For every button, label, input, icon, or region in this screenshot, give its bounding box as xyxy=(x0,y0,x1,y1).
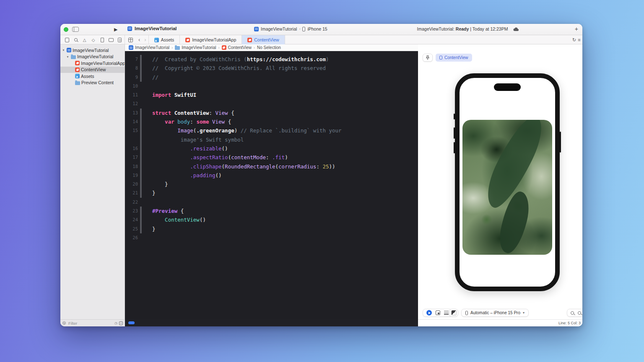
code-line[interactable]: 14 var body: some View { xyxy=(125,117,418,126)
device-selector[interactable]: Automatic – iPhone 15 Pro ▾ xyxy=(461,309,529,317)
line-number xyxy=(125,135,140,144)
code-line[interactable]: 9// xyxy=(125,73,418,82)
tab-Assets[interactable]: Assets xyxy=(149,35,180,44)
code-line[interactable]: 15 Image(.greenOrange) // Replace `.buil… xyxy=(125,126,418,135)
code-line[interactable]: 25} xyxy=(125,225,418,233)
preview-list-icon[interactable] xyxy=(444,311,449,315)
change-bar xyxy=(140,207,142,215)
debug-icon[interactable] xyxy=(108,37,114,43)
sidebar-item-ImageViewTutorialApp[interactable]: ImageViewTutorialApp xyxy=(60,60,125,67)
sidebar-item-label: ContentView xyxy=(81,67,106,72)
add-filter-icon[interactable]: + xyxy=(119,321,123,325)
toolbar: ▶ ImageViewTutorial ImageViewTutorial › … xyxy=(60,24,582,35)
change-bar-empty xyxy=(140,90,142,99)
line-number: 26 xyxy=(125,233,140,242)
back-chevron-icon[interactable]: ‹ xyxy=(136,36,142,44)
zoom-out-icon[interactable] xyxy=(571,311,574,315)
sidebar-item-Preview Content[interactable]: Preview Content xyxy=(60,80,125,86)
code-line[interactable]: 24 ContentView() xyxy=(125,215,418,224)
code-line[interactable]: 11import SwiftUI xyxy=(125,90,418,99)
code-line[interactable]: 7// Created by CodeWithChris (https://co… xyxy=(125,55,418,64)
code-line[interactable]: 19 .padding() xyxy=(125,171,418,180)
line-number: 19 xyxy=(125,171,140,180)
device-icon xyxy=(465,311,468,315)
tab-strip: AssetsImageViewTutorialAppContentView xyxy=(148,35,285,44)
code-line[interactable]: 8// Copyright © 2023 CodeWithChris. All … xyxy=(125,64,418,72)
live-preview-icon[interactable] xyxy=(426,310,432,315)
folder-icon xyxy=(175,46,180,50)
change-bar xyxy=(140,171,142,180)
sidebar-toggle-icon[interactable] xyxy=(72,27,79,32)
breadcrumb-item[interactable]: ImageViewTutorial xyxy=(129,45,169,50)
tab-ContentView[interactable]: ContentView xyxy=(242,35,285,44)
run-button[interactable]: ▶ xyxy=(114,26,117,32)
change-bar-empty xyxy=(140,99,142,108)
sidebar-item-ContentView[interactable]: ContentView xyxy=(60,67,125,73)
code-line[interactable]: 21} xyxy=(125,189,418,197)
code-line[interactable]: 16 .resizable() xyxy=(125,144,418,153)
code-line[interactable]: 17 .aspectRatio(contentMode: .fit) xyxy=(125,153,418,162)
code-line[interactable]: 10 xyxy=(125,82,418,90)
line-number: 21 xyxy=(125,189,140,197)
bookmarks-icon[interactable] xyxy=(99,37,105,43)
assets-icon xyxy=(154,38,159,42)
status-time: | Today at 12:23PM xyxy=(470,26,508,31)
breadcrumb: ImageViewTutorial›ImageViewTutorial›Cont… xyxy=(125,44,418,51)
code-line[interactable]: 13struct ContentView: View { xyxy=(125,109,418,117)
swift-file-icon xyxy=(247,38,252,42)
mute-switch xyxy=(454,114,455,119)
tests-icon[interactable]: ◇ xyxy=(91,37,96,43)
issues-icon[interactable]: △ xyxy=(82,37,87,43)
line-number: 9 xyxy=(125,73,140,82)
sidebar-item-ImageViewTutorial[interactable]: ▾ImageViewTutorial xyxy=(60,47,125,54)
code-line[interactable]: 12 xyxy=(125,99,418,108)
forward-chevron-icon[interactable]: › xyxy=(142,36,148,44)
change-bar xyxy=(140,225,142,233)
sidebar-item-ImageViewTutorial[interactable]: ▾ImageViewTutorial xyxy=(60,54,125,60)
variants-icon[interactable] xyxy=(436,310,440,315)
sidebar-item-Assets[interactable]: Assets xyxy=(60,73,125,80)
code-editor[interactable]: 7// Created by CodeWithChris (https://co… xyxy=(125,51,418,319)
project-icon xyxy=(127,26,132,31)
breadcrumb-item[interactable]: No Selection xyxy=(257,45,281,50)
line-number: 13 xyxy=(125,109,140,117)
recents-icon[interactable]: ◷ xyxy=(114,321,117,325)
tab-bar-row: △ ◇ ‹ › AssetsImageViewTutorialAppConten… xyxy=(60,35,582,44)
filter-input[interactable] xyxy=(68,321,113,326)
editor-menu-icon[interactable]: ≡ xyxy=(578,37,580,42)
breadcrumb-item[interactable]: ImageViewTutorial xyxy=(175,45,216,50)
breadcrumb-item[interactable]: ContentView xyxy=(222,45,252,50)
volume-up-button xyxy=(454,127,455,139)
color-scheme-button[interactable] xyxy=(449,309,458,317)
line-number: 14 xyxy=(125,117,140,126)
find-icon[interactable] xyxy=(73,37,78,43)
bottom-bar-indicator xyxy=(128,321,135,324)
code-line[interactable]: 18 .clipShape(RoundedRectangle(cornerRad… xyxy=(125,162,418,171)
zoom-in-icon[interactable] xyxy=(578,311,581,315)
change-bar xyxy=(140,215,142,224)
change-bar xyxy=(140,135,142,144)
related-items-icon[interactable] xyxy=(128,38,133,42)
pin-preview-button[interactable] xyxy=(423,54,433,62)
sidebar-item-label: ImageViewTutorial xyxy=(77,54,113,59)
code-line[interactable]: 20 } xyxy=(125,180,418,189)
code-line[interactable]: 26 xyxy=(125,233,418,242)
code-line[interactable]: 23#Preview { xyxy=(125,207,418,215)
add-tab-button[interactable]: + xyxy=(575,26,578,32)
adjust-editor-icon[interactable]: ↻ xyxy=(572,37,576,43)
chevron-right-icon: › xyxy=(299,27,300,31)
preview-target-chip[interactable]: ContentView xyxy=(436,54,472,62)
code-line[interactable]: 22 xyxy=(125,198,418,207)
line-number: 17 xyxy=(125,153,140,162)
scheme-selector[interactable]: ImageViewTutorial › iPhone 15 xyxy=(254,26,327,31)
code-line[interactable]: image's Swift symbol xyxy=(125,135,418,144)
reports-icon[interactable] xyxy=(117,37,122,43)
line-number: 10 xyxy=(125,82,140,90)
line-number: 25 xyxy=(125,225,140,233)
project-navigator-icon[interactable] xyxy=(64,37,70,43)
disclosure-icon[interactable]: ▾ xyxy=(66,55,70,59)
traffic-light-green[interactable] xyxy=(64,27,68,32)
code-text: .aspectRatio(contentMode: .fit) xyxy=(152,153,288,162)
tab-ImageViewTutorialApp[interactable]: ImageViewTutorialApp xyxy=(180,35,242,44)
disclosure-icon[interactable]: ▾ xyxy=(62,48,65,52)
